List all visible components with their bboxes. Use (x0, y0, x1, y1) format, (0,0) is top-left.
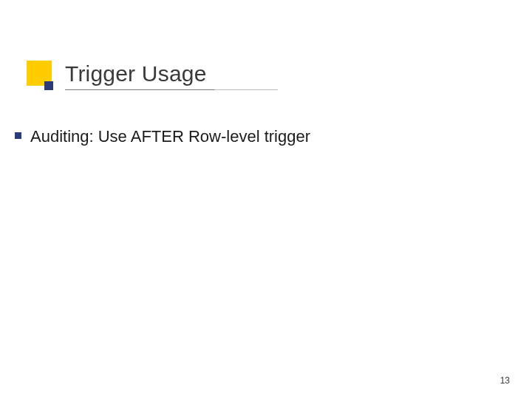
body-content: Auditing: Use AFTER Row-level trigger (15, 126, 510, 148)
title-block: Trigger Usage (65, 61, 278, 90)
slide-title: Trigger Usage (65, 61, 278, 87)
decor-navy-square (44, 81, 53, 90)
bullet-square-icon (15, 132, 21, 139)
list-item-text: Auditing: Use AFTER Row-level trigger (30, 126, 310, 148)
page-number: 13 (500, 375, 510, 386)
title-underline (65, 89, 278, 90)
list-item: Auditing: Use AFTER Row-level trigger (15, 126, 510, 148)
